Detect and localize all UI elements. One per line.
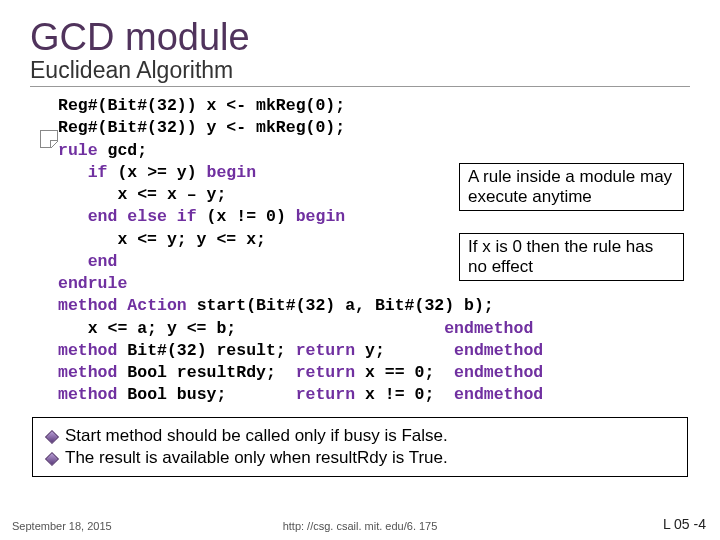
slide-subtitle: Euclidean Algorithm — [30, 57, 690, 87]
bullet-text: The result is available only when result… — [65, 448, 448, 468]
kw-end: end — [88, 207, 118, 226]
code-line: Reg#(Bit#(32)) y <- mkReg(0); — [58, 118, 345, 137]
bullet-row: The result is available only when result… — [39, 448, 679, 468]
kw-rule: rule — [58, 141, 98, 160]
code-line: start(Bit#(32) a, Bit#(32) b); — [187, 296, 494, 315]
kw-endmethod: endmethod — [454, 363, 543, 382]
kw-else: else — [127, 207, 167, 226]
kw-end: end — [88, 252, 118, 271]
diamond-icon — [45, 430, 59, 444]
code-line: x != 0; — [355, 385, 454, 404]
code-line: (x >= y) — [108, 163, 207, 182]
kw-endmethod: endmethod — [454, 341, 543, 360]
kw-begin: begin — [207, 163, 257, 182]
bullet-text: Start method should be called only if bu… — [65, 426, 448, 446]
kw-endmethod: endmethod — [444, 319, 533, 338]
slide: GCD module Euclidean Algorithm Reg#(Bit#… — [0, 0, 720, 540]
code-line: Bool resultRdy; — [117, 363, 295, 382]
kw-endrule: endrule — [58, 274, 127, 293]
code-line: gcd; — [98, 141, 148, 160]
kw-if: if — [88, 163, 108, 182]
kw-return: return — [296, 341, 355, 360]
kw-return: return — [296, 385, 355, 404]
code-line: Bool busy; — [117, 385, 295, 404]
kw-method: method — [58, 385, 117, 404]
slide-title: GCD module — [30, 16, 690, 59]
kw-begin: begin — [296, 207, 346, 226]
footer-date: September 18, 2015 — [12, 520, 112, 532]
footer-page-num: L 05 -4 — [663, 516, 706, 532]
bullet-box: Start method should be called only if bu… — [32, 417, 688, 477]
code-line: (x != 0) — [197, 207, 296, 226]
callout-rule-anytime: A rule inside a module may execute anyti… — [459, 163, 684, 211]
kw-method: method — [58, 296, 117, 315]
code-line: y; — [355, 341, 454, 360]
code-line: Reg#(Bit#(32)) x <- mkReg(0); — [58, 96, 345, 115]
kw-method: method — [58, 341, 117, 360]
page-tear-icon — [40, 130, 58, 148]
code-line: x == 0; — [355, 363, 454, 382]
code-line: x <= a; y <= b; — [58, 319, 444, 338]
kw-if: if — [177, 207, 197, 226]
code-line: Bit#(32) result; — [117, 341, 295, 360]
kw-method: method — [58, 363, 117, 382]
bullet-row: Start method should be called only if bu… — [39, 426, 679, 446]
code-line: x <= y; y <= x; — [58, 230, 266, 249]
kw-endmethod: endmethod — [454, 385, 543, 404]
code-line: x <= x – y; — [58, 185, 226, 204]
kw-return: return — [296, 363, 355, 382]
kw-action: Action — [127, 296, 186, 315]
callout-x-zero: If x is 0 then the rule has no effect — [459, 233, 684, 281]
diamond-icon — [45, 452, 59, 466]
footer-url: http: //csg. csail. mit. edu/6. 175 — [283, 520, 438, 532]
